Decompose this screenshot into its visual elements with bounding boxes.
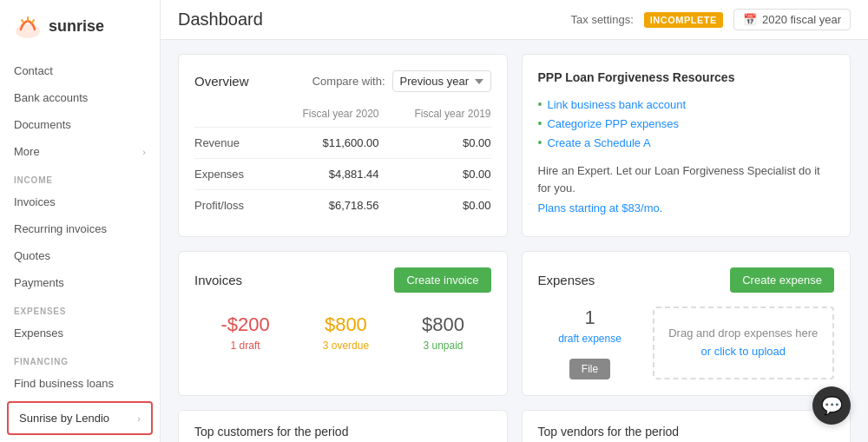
sidebar-item-bank-accounts[interactable]: Bank accounts: [0, 84, 160, 111]
row-val2: $0.00: [379, 159, 491, 190]
invoices-card-header: Invoices Create invoice: [194, 267, 491, 293]
sidebar-item-invoices[interactable]: Invoices: [0, 188, 160, 215]
top-customers-card: Top customers for the period Kourty Krab…: [178, 410, 508, 442]
overview-title: Overview: [194, 74, 249, 89]
sidebar-item-payments[interactable]: Payments: [0, 269, 160, 296]
create-expense-button[interactable]: Create expense: [730, 267, 834, 293]
sidebar: sunrise Contact Bank accounts Documents …: [0, 0, 161, 442]
row-label: Expenses: [194, 159, 267, 190]
sidebar-item-contact[interactable]: Contact: [0, 57, 160, 84]
stat-amount: $800: [422, 313, 464, 336]
main-content: Dashboard Tax settings: INCOMPLETE 📅 202…: [161, 0, 868, 442]
table-row: Revenue $11,600.00 $0.00: [194, 128, 491, 159]
row-profit-val1: $6,718.56: [267, 190, 379, 221]
sidebar-item-more[interactable]: More ›: [0, 138, 160, 165]
sidebar-item-label: Expenses: [14, 327, 63, 340]
svg-line-2: [22, 20, 23, 23]
list-item: Link business bank account: [538, 95, 835, 114]
row-label: Revenue: [194, 128, 267, 159]
expenses-card: Expenses Create expense 1 draft expense …: [522, 251, 852, 396]
ppp-plans-link[interactable]: Plans starting at $83/mo.: [538, 201, 663, 214]
chevron-right-icon: ›: [142, 147, 146, 157]
create-invoice-button[interactable]: Create invoice: [394, 267, 490, 293]
invoices-title: Invoices: [194, 273, 242, 287]
list-item: Create a Schedule A: [538, 133, 835, 152]
ppp-link-bank[interactable]: Link business bank account: [547, 98, 686, 111]
compare-with-control: Compare with: Previous year: [312, 70, 491, 92]
sunrise-lendio-button[interactable]: Sunrise by Lendio ›: [7, 401, 153, 435]
expense-count: 1: [538, 307, 642, 329]
top-vendors-title: Top vendors for the period: [538, 425, 835, 439]
logo-icon: [14, 12, 42, 40]
ppp-title: PPP Loan Forgiveness Resources: [538, 70, 835, 84]
sidebar-item-recurring-invoices[interactable]: Recurring invoices: [0, 215, 160, 242]
overview-table: Fiscal year 2020 Fiscal year 2019 Revenu…: [194, 104, 491, 221]
expenses-section-label: EXPENSES: [0, 296, 160, 320]
overview-col-label: [194, 104, 267, 128]
overview-card: Overview Compare with: Previous year Fis…: [178, 54, 508, 237]
drag-drop-text: Drag and drop expenses here: [668, 325, 818, 343]
sidebar-item-expenses[interactable]: Expenses: [0, 320, 160, 346]
expenses-title: Expenses: [538, 273, 595, 287]
compare-select[interactable]: Previous year: [392, 70, 491, 92]
table-row: Profit/loss $6,718.56 $0.00: [194, 190, 491, 221]
file-button[interactable]: File: [569, 359, 610, 379]
top-customers-title: Top customers for the period: [194, 425, 491, 439]
chevron-right-icon: ›: [137, 413, 141, 424]
fiscal-year-label: 2020 fiscal year: [762, 13, 841, 26]
financing-section-label: FINANCING: [0, 346, 160, 370]
logo-area: sunrise: [0, 0, 160, 52]
sidebar-item-label: Contact: [14, 64, 53, 77]
topbar: Dashboard Tax settings: INCOMPLETE 📅 202…: [161, 0, 868, 40]
sidebar-item-label: More: [14, 145, 40, 158]
sidebar-item-label: Bank accounts: [14, 91, 88, 104]
click-to-upload-text[interactable]: or click to upload: [700, 343, 786, 361]
sidebar-item-label: Quotes: [14, 249, 50, 262]
list-item: Categorize PPP expenses: [538, 114, 835, 133]
sidebar-nav: Contact Bank accounts Documents More › I…: [0, 52, 160, 394]
expense-inner: 1 draft expense File Drag and drop expen…: [538, 307, 835, 379]
calendar-icon: 📅: [743, 13, 757, 26]
invoice-stat-overdue: $800 3 overdue: [323, 313, 369, 352]
invoice-stats: -$200 1 draft $800 3 overdue $800 3 unpa…: [194, 307, 491, 359]
expense-left: 1 draft expense File: [538, 307, 642, 379]
logo-text: sunrise: [49, 17, 104, 36]
page-title: Dashboard: [178, 10, 263, 30]
chat-icon: 💬: [821, 395, 843, 416]
sidebar-item-label: Find business loans: [14, 377, 114, 390]
expense-drop-zone[interactable]: Drag and drop expenses here or click to …: [653, 307, 835, 379]
income-section-label: INCOME: [0, 165, 160, 188]
sidebar-item-documents[interactable]: Documents: [0, 111, 160, 138]
sidebar-item-quotes[interactable]: Quotes: [0, 242, 160, 269]
expenses-card-header: Expenses Create expense: [538, 267, 835, 293]
row-val2: $0.00: [379, 128, 491, 159]
sidebar-item-find-loans[interactable]: Find business loans: [0, 370, 160, 394]
content-grid: Overview Compare with: Previous year Fis…: [161, 40, 868, 442]
overview-col-fy2020: Fiscal year 2020: [267, 104, 379, 128]
row-val1: $4,881.44: [267, 159, 379, 190]
stat-amount: -$200: [220, 313, 269, 336]
sidebar-item-label: Documents: [14, 118, 71, 131]
sidebar-item-label: Recurring invoices: [14, 222, 107, 235]
topbar-right: Tax settings: INCOMPLETE 📅 2020 fiscal y…: [571, 9, 851, 30]
sidebar-item-label: Invoices: [14, 195, 56, 208]
fiscal-year-button[interactable]: 📅 2020 fiscal year: [733, 9, 851, 30]
row-profit-val2: $0.00: [379, 190, 491, 221]
expense-draft-label: draft expense: [538, 333, 642, 345]
svg-point-0: [16, 24, 40, 38]
invoices-card: Invoices Create invoice -$200 1 draft $8…: [178, 251, 508, 396]
row-label: Profit/loss: [194, 190, 267, 221]
compare-label: Compare with:: [312, 75, 385, 88]
invoice-stat-unpaid: $800 3 unpaid: [422, 313, 464, 352]
ppp-link-schedule[interactable]: Create a Schedule A: [547, 136, 650, 149]
sidebar-item-label: Payments: [14, 276, 64, 289]
stat-label: 1 draft: [220, 340, 269, 352]
invoice-stat-draft: -$200 1 draft: [220, 313, 269, 352]
ppp-link-categorize[interactable]: Categorize PPP expenses: [547, 117, 679, 130]
stat-amount: $800: [323, 313, 369, 336]
top-vendors-card: Top vendors for the period Withdrawal AB…: [522, 410, 852, 442]
row-val1: $11,600.00: [267, 128, 379, 159]
overview-col-fy2019: Fiscal year 2019: [379, 104, 491, 128]
chat-bubble-button[interactable]: 💬: [812, 386, 851, 425]
tax-incomplete-badge[interactable]: INCOMPLETE: [644, 12, 723, 28]
